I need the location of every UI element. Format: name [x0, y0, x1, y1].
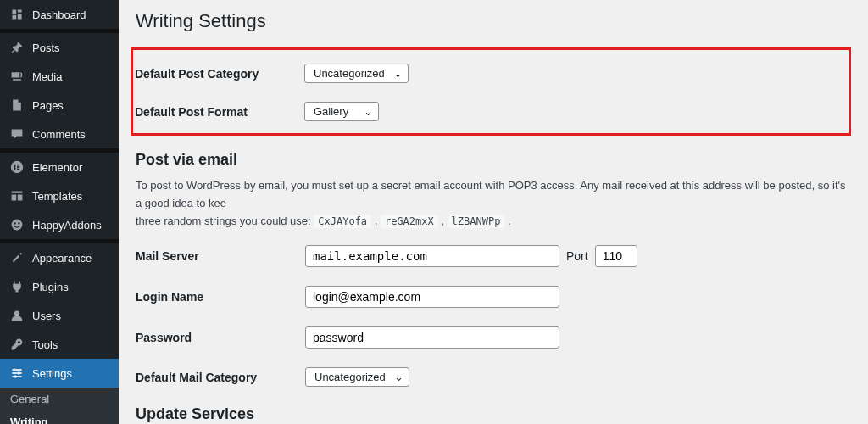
- users-icon: [8, 307, 25, 324]
- post-via-email-heading: Post via email: [136, 151, 851, 169]
- tools-icon: [8, 336, 25, 353]
- svg-rect-10: [12, 372, 21, 374]
- pin-icon: [8, 39, 25, 56]
- svg-point-8: [14, 310, 19, 315]
- media-icon: [8, 68, 25, 85]
- sidebar-item-appearance[interactable]: Appearance: [0, 243, 119, 272]
- login-name-label: Login Name: [136, 290, 305, 304]
- sidebar-item-label: Posts: [32, 42, 60, 54]
- default-mail-category-select[interactable]: Uncategorized ⌄: [305, 367, 409, 387]
- sidebar-item-users[interactable]: Users: [0, 301, 119, 330]
- sidebar-item-label: Tools: [32, 338, 58, 351]
- plugins-icon: [8, 278, 25, 295]
- svg-rect-14: [15, 375, 17, 377]
- pages-icon: [8, 97, 25, 114]
- svg-rect-12: [14, 368, 15, 371]
- sidebar-item-label: HappyAddons: [32, 219, 102, 232]
- default-category-value: Uncategorized: [314, 67, 385, 80]
- random-string-1: CxJAYofa: [314, 215, 371, 228]
- chevron-down-icon: ⌄: [393, 67, 403, 80]
- login-name-input[interactable]: [305, 286, 559, 308]
- sidebar-item-label: Appearance: [32, 252, 92, 265]
- sidebar-item-label: Elementor: [32, 161, 82, 174]
- sidebar-item-label: Plugins: [32, 281, 69, 293]
- random-string-3: lZBANWPp: [448, 215, 505, 228]
- sidebar-item-label: Comments: [32, 128, 86, 141]
- highlighted-settings: Default Post Category Uncategorized ⌄ De…: [131, 47, 851, 136]
- password-input[interactable]: [305, 326, 559, 349]
- comments-icon: [8, 126, 25, 142]
- svg-point-5: [12, 220, 23, 231]
- svg-rect-4: [17, 169, 19, 170]
- chevron-down-icon: ⌄: [364, 105, 373, 118]
- sidebar-item-dashboard[interactable]: Dashboard: [0, 0, 119, 29]
- submenu-item-general[interactable]: General: [0, 388, 119, 410]
- page-title: Writing Settings: [136, 10, 851, 32]
- mail-server-label: Mail Server: [136, 249, 305, 263]
- port-label: Port: [566, 249, 588, 263]
- sidebar-item-happyaddons[interactable]: HappyAddons: [0, 210, 119, 239]
- sidebar-item-elementor[interactable]: Elementor: [0, 153, 119, 181]
- settings-icon: [8, 365, 25, 382]
- sidebar-item-label: Users: [32, 310, 61, 322]
- templates-icon: [8, 187, 25, 204]
- sidebar-item-label: Settings: [32, 367, 72, 380]
- appearance-icon: [8, 249, 25, 266]
- dashboard-icon: [8, 6, 25, 23]
- sidebar-item-plugins[interactable]: Plugins: [0, 272, 119, 301]
- sidebar-item-media[interactable]: Media: [0, 62, 119, 91]
- sidebar-item-pages[interactable]: Pages: [0, 91, 119, 120]
- default-mail-category-value: Uncategorized: [314, 371, 386, 383]
- svg-point-7: [18, 222, 19, 224]
- sidebar-item-label: Dashboard: [32, 8, 86, 21]
- default-format-select[interactable]: Gallery ⌄: [304, 102, 379, 121]
- port-input[interactable]: [595, 245, 637, 267]
- elementor-icon: [8, 159, 25, 176]
- svg-rect-3: [17, 166, 19, 168]
- sidebar-item-label: Templates: [32, 190, 82, 203]
- sidebar-item-settings[interactable]: Settings: [0, 359, 119, 388]
- sidebar-item-label: Pages: [32, 99, 64, 112]
- happyaddons-icon: [8, 216, 25, 233]
- sidebar-item-label: Media: [32, 70, 62, 83]
- update-services-heading: Update Services: [136, 405, 851, 423]
- default-category-label: Default Post Category: [135, 67, 304, 81]
- svg-rect-1: [14, 165, 16, 170]
- default-mail-category-label: Default Mail Category: [136, 371, 305, 384]
- default-format-value: Gallery: [314, 105, 348, 118]
- submenu-item-writing[interactable]: Writing: [0, 410, 119, 424]
- sidebar-item-posts[interactable]: Posts: [0, 33, 119, 62]
- main-content: Writing Settings Default Post Category U…: [119, 0, 868, 424]
- svg-rect-2: [17, 165, 19, 166]
- svg-point-6: [14, 222, 15, 224]
- default-category-select[interactable]: Uncategorized ⌄: [304, 64, 409, 83]
- chevron-down-icon: ⌄: [394, 371, 403, 383]
- admin-sidebar: Dashboard Posts Media Pages Comments Ele…: [0, 0, 119, 424]
- settings-submenu: General Writing Reading: [0, 388, 119, 424]
- default-format-label: Default Post Format: [135, 105, 304, 119]
- password-label: Password: [136, 331, 305, 344]
- sidebar-item-tools[interactable]: Tools: [0, 330, 119, 359]
- random-string-2: reGA2mxX: [381, 215, 438, 228]
- sidebar-item-comments[interactable]: Comments: [0, 120, 119, 148]
- post-via-email-description: To post to WordPress by email, you must …: [136, 177, 851, 230]
- sidebar-item-templates[interactable]: Templates: [0, 181, 119, 210]
- svg-rect-13: [19, 371, 20, 374]
- mail-server-input[interactable]: [305, 245, 559, 267]
- svg-rect-11: [12, 376, 21, 377]
